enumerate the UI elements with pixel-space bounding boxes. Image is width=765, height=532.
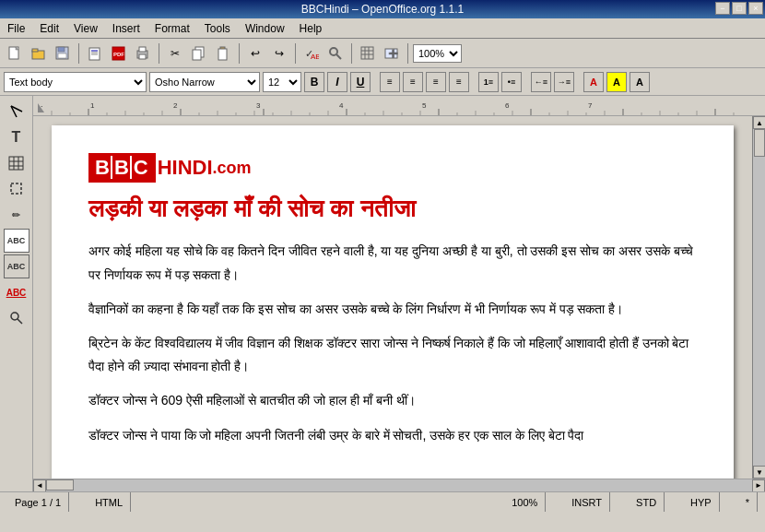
bold-button[interactable]: B <box>304 72 324 92</box>
pdf-button[interactable]: PDF <box>108 42 130 65</box>
scroll-thumb-h[interactable] <box>46 479 74 491</box>
bbc-c: C <box>130 156 149 179</box>
window-controls[interactable]: − □ × <box>715 2 763 15</box>
main-toolbar: PDF ✂ ↩ ↪ ✓ABC ➕ 100% 75% 150% <box>0 39 765 68</box>
menu-window[interactable]: Window <box>241 21 288 36</box>
edit-button[interactable] <box>84 42 106 65</box>
italic-button[interactable]: I <box>327 72 347 92</box>
save-button[interactable] <box>52 42 74 65</box>
svg-rect-33 <box>9 157 23 170</box>
paragraph-3: ब्रिटेन के केंट विश्वविद्यालय में जीव वि… <box>88 332 697 378</box>
selection-mode: STD <box>629 492 665 512</box>
menu-bar: File Edit View Insert Format Tools Windo… <box>0 18 765 39</box>
font-select[interactable]: Osho Narrow <box>149 72 260 92</box>
copy-button[interactable] <box>188 42 210 65</box>
extra-status: * <box>738 492 758 512</box>
svg-point-22 <box>330 48 337 55</box>
close-button[interactable]: × <box>748 2 763 15</box>
insert-button[interactable]: ➕ <box>381 42 403 65</box>
status-bar: Page 1 / 1 HTML 100% INSRT STD HYP * <box>0 491 765 512</box>
svg-rect-3 <box>32 49 38 52</box>
paragraph-2: वैज्ञानिकों का कहना है कि यहाँ तक कि इस … <box>88 298 697 321</box>
undo-button[interactable]: ↩ <box>244 42 266 65</box>
menu-help[interactable]: Help <box>296 21 326 36</box>
svg-rect-6 <box>58 53 66 58</box>
zoom-status: 100% <box>504 492 546 512</box>
svg-text:5: 5 <box>422 101 427 110</box>
numbering-button[interactable]: 1≡ <box>478 72 499 92</box>
paste-button[interactable] <box>212 42 234 65</box>
svg-rect-15 <box>139 54 146 59</box>
redo-button[interactable]: ↪ <box>268 42 290 65</box>
style-select[interactable]: Text body <box>4 72 147 92</box>
font-color-button[interactable]: A <box>583 72 604 92</box>
svg-point-39 <box>11 313 18 320</box>
indent-dec-button[interactable]: ←≡ <box>531 72 551 92</box>
svg-text:2: 2 <box>173 101 178 110</box>
indent-inc-button[interactable]: →≡ <box>554 72 574 92</box>
svg-rect-24 <box>361 47 373 59</box>
open-button[interactable] <box>28 42 50 65</box>
char-bg-button[interactable]: A <box>630 72 650 92</box>
table-button[interactable] <box>357 42 379 65</box>
frame-tool[interactable] <box>4 177 29 201</box>
scroll-down-button[interactable]: ▼ <box>753 466 765 479</box>
svg-line-23 <box>336 54 341 59</box>
align-center-button[interactable]: ≡ <box>403 72 423 92</box>
toolbar-separator-4 <box>295 43 296 64</box>
print-button[interactable] <box>132 42 154 65</box>
paragraph-5: डॉक्टर जोन्स ने पाया कि जो महिला अपनी जि… <box>88 424 697 447</box>
scroll-up-button[interactable]: ▲ <box>753 116 765 129</box>
app-title: BBCHindi – OpenOffice.org 1.1.1 <box>301 3 465 16</box>
toolbar-separator-2 <box>159 43 159 64</box>
align-justify-button[interactable]: ≡ <box>449 72 469 92</box>
title-bar: BBCHindi – OpenOffice.org 1.1.1 − □ × <box>0 0 765 18</box>
menu-file[interactable]: File <box>4 21 29 36</box>
menu-tools[interactable]: Tools <box>201 21 234 36</box>
align-left-button[interactable]: ≡ <box>380 72 400 92</box>
page-status: Page 1 / 1 <box>7 492 69 512</box>
vertical-scrollbar[interactable]: ▲ ▼ <box>752 116 765 479</box>
font-size-select[interactable]: 12 <box>263 72 301 92</box>
search-tool[interactable] <box>4 306 29 330</box>
underline-button[interactable]: U <box>350 72 371 92</box>
cut-button[interactable]: ✂ <box>164 42 186 65</box>
spellcheck-button[interactable]: ✓ABC <box>300 42 323 65</box>
bullets-button[interactable]: •≡ <box>501 72 522 92</box>
menu-format[interactable]: Format <box>151 21 194 36</box>
ruler-svg: · 1 2 3 4 5 6 7 <box>33 96 765 116</box>
hyphen-mode: HYP <box>683 492 720 512</box>
text-tool[interactable]: T <box>4 125 29 149</box>
toolbar-separator-5 <box>351 43 352 64</box>
bbc-logo: BBC HINDI .com <box>88 153 252 183</box>
document-scroll-area[interactable]: BBC HINDI .com लड़की या लड़का माँ की सोच… <box>33 116 752 479</box>
scroll-thumb-v[interactable] <box>754 129 765 157</box>
new-button[interactable] <box>4 42 26 65</box>
ruler: · 1 2 3 4 5 6 7 <box>33 96 765 116</box>
menu-edit[interactable]: Edit <box>36 21 63 36</box>
menu-view[interactable]: View <box>70 21 101 36</box>
scroll-right-button[interactable]: ► <box>752 479 765 492</box>
draw-tool[interactable]: ✏ <box>4 203 29 227</box>
restore-button[interactable]: □ <box>732 2 747 15</box>
find-button[interactable] <box>324 42 347 65</box>
align-right-button[interactable]: ≡ <box>426 72 446 92</box>
svg-text:➕: ➕ <box>388 48 399 59</box>
scroll-track-h[interactable] <box>46 479 752 492</box>
paragraph-4: डॉक्टर जोन्स ने 609 ऐसी महिलाओं से बातची… <box>88 389 697 412</box>
scroll-left-button[interactable]: ◄ <box>33 479 46 492</box>
scroll-track-v[interactable] <box>753 129 765 466</box>
svg-rect-5 <box>58 47 65 52</box>
highlight-button[interactable]: A <box>606 72 627 92</box>
abc-tool3[interactable]: ABC <box>4 280 29 304</box>
horizontal-scrollbar[interactable]: ◄ ► <box>33 479 765 491</box>
abc-field[interactable]: ABC <box>4 229 29 253</box>
toolbar-separator-6 <box>407 43 408 64</box>
zoom-select[interactable]: 100% 75% 150% <box>413 44 462 63</box>
minimize-button[interactable]: − <box>715 2 730 15</box>
table-insert-tool[interactable] <box>4 151 29 175</box>
selection-tool[interactable] <box>4 100 29 124</box>
abc-tool2[interactable]: ABC <box>4 254 29 278</box>
svg-rect-19 <box>218 49 227 60</box>
menu-insert[interactable]: Insert <box>109 21 144 36</box>
